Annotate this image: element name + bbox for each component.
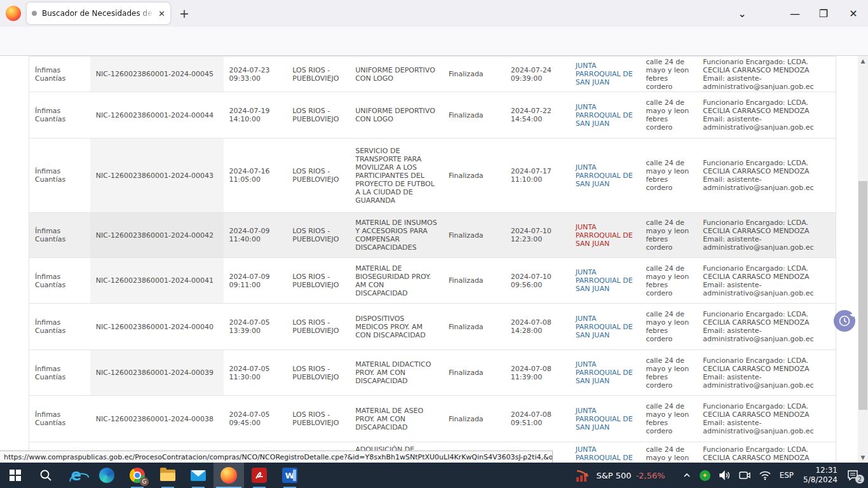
antivirus-icon: ✦ [700, 470, 710, 481]
cell-direccion: calle 24 de mayo y leon febres cordero [640, 304, 697, 349]
cell-objeto: UNIFORME DEPORTIVO CON LOGO [349, 92, 443, 138]
tray-time: 12:31 [803, 466, 837, 475]
taskbar-firefox-button[interactable] [214, 463, 244, 488]
tray-network-button[interactable] [755, 463, 775, 488]
cell-entidad: JUNTA PARROQUIAL DE SAN JUAN [570, 92, 641, 138]
cell-fecha-fin: 2024-07-10 12:23:00 [505, 213, 570, 257]
cell-lugar: LOS RIOS - PUEBLOVIEJO [287, 213, 349, 257]
entidad-link[interactable]: JUNTA PARROQUIAL DE SAN JUAN [576, 268, 635, 293]
cell-tipo-contratacion: Ínfimas Cuantías [29, 258, 90, 303]
scrollbar-thumb[interactable] [858, 181, 867, 410]
scroll-up-arrow-icon[interactable]: ▲ [858, 56, 868, 66]
cell-estado: Finalizada [443, 213, 505, 257]
taskbar-internet-explorer-button[interactable]: e [61, 463, 92, 488]
entidad-link[interactable]: JUNTA PARROQUIAL DE SAN JUAN [576, 445, 635, 463]
entidad-link[interactable]: JUNTA PARROQUIAL DE SAN JUAN [576, 62, 635, 86]
tray-language-indicator[interactable]: ESP [775, 463, 798, 488]
cell-contacto: Funcionario Encargado: LCDA. CECILIA CAR… [697, 258, 836, 303]
window-minimize-button[interactable]: — [783, 0, 806, 27]
table-row[interactable]: Ínfimas Cuantías NIC-1260023860001-2024-… [29, 213, 836, 258]
cell-lugar: LOS RIOS - PUEBLOVIEJO [287, 258, 349, 303]
stock-ticker-widget[interactable]: S&P 500 -2,56% [569, 463, 671, 488]
cell-contacto: Funcionario Encargado: LCDA. CECILIA CAR… [697, 139, 836, 212]
scroll-down-arrow-icon[interactable]: ▼ [858, 452, 868, 463]
wifi-icon [759, 470, 771, 481]
entidad-link[interactable]: JUNTA PARROQUIAL DE SAN JUAN [576, 103, 635, 128]
window-close-button[interactable]: ✕ [842, 0, 865, 27]
cell-direccion: calle 24 de mayo y leon febres cordero [640, 92, 697, 138]
results-table-body: Ínfimas Cuantías NIC-1260023860001-2024-… [29, 57, 836, 463]
cell-estado: Finalizada [443, 350, 505, 395]
cell-codigo: NIC-1260023860001-2024-00039 [90, 350, 224, 395]
taskbar-chrome-button[interactable]: G [122, 463, 153, 488]
cell-objeto: MATERIAL DE BIOSEGURIDAD PROY. AM CON DI… [349, 258, 443, 303]
chevron-up-icon [682, 471, 691, 480]
necesidades-table: Ínfimas Cuantías NIC-1260023860001-2024-… [29, 56, 836, 463]
cell-fecha-fin: 2024-07-22 14:54:00 [505, 92, 570, 138]
table-row[interactable]: Ínfimas Cuantías NIC-1260023860001-2024-… [29, 258, 836, 304]
cell-fecha-publicacion: 2024-07-19 14:10:00 [224, 92, 287, 138]
table-row[interactable]: Ínfimas Cuantías NIC-1260023860001-2024-… [29, 92, 836, 139]
tab-favicon-icon [32, 11, 37, 16]
table-row[interactable]: Ínfimas Cuantías NIC-1260023860001-2024-… [29, 139, 836, 213]
window-restore-button[interactable]: ❐ [812, 0, 835, 27]
windows-start-icon [10, 470, 21, 481]
tab-close-icon[interactable]: ✕ [158, 9, 165, 18]
cell-codigo: NIC-1260023860001-2024-00038 [90, 396, 224, 442]
browser-window: Buscador de Necesidades de Co ✕ + ⌄ — ❐ … [0, 0, 868, 488]
cell-codigo: NIC-1260023860001-2024-00043 [90, 139, 224, 212]
tray-show-hidden-icons-chevron[interactable] [678, 463, 696, 488]
tray-clock[interactable]: 12:315/8/2024 [798, 463, 843, 488]
entidad-link[interactable]: JUNTA PARROQUIAL DE SAN JUAN [576, 315, 635, 339]
cell-objeto: MATERIAL DE ASEO PROY. AM CON DISCAPACID… [349, 396, 443, 442]
taskbar-word-button[interactable]: W [275, 463, 305, 488]
action-center-button[interactable]: 2 [843, 463, 868, 488]
taskbar-file-explorer-button[interactable] [153, 463, 183, 488]
cell-objeto: SERVICIO DE TRANSPORTE PARA MOVILIZAR A … [349, 139, 443, 212]
cell-codigo: NIC-1260023860001-2024-00041 [90, 258, 224, 303]
cell-tipo-contratacion: Ínfimas Cuantías [29, 304, 90, 349]
tray-antivirus-button[interactable]: ✦ [696, 463, 714, 488]
cell-codigo: NIC-1260023860001-2024-00042 [90, 213, 224, 257]
floating-clock-extension-button[interactable] [834, 310, 855, 332]
start-button[interactable] [0, 463, 31, 488]
chrome-profile-badge: G [140, 477, 149, 486]
entidad-link[interactable]: JUNTA PARROQUIAL DE SAN JUAN [576, 407, 635, 431]
taskbar-acrobat-button[interactable] [244, 463, 275, 488]
table-row[interactable]: Ínfimas Cuantías NIC-1260023860001-2024-… [29, 57, 836, 92]
entidad-link[interactable]: JUNTA PARROQUIAL DE SAN JUAN [576, 223, 635, 248]
cell-estado: Finalizada [443, 57, 505, 92]
stock-down-chart-icon [575, 468, 592, 482]
cell-fecha-publicacion: 2024-07-16 11:05:00 [224, 139, 287, 212]
table-row[interactable]: Ínfimas Cuantías NIC-1260023860001-2024-… [29, 350, 836, 396]
table-row[interactable]: Ínfimas Cuantías NIC-1260023860001-2024-… [29, 304, 836, 350]
cell-entidad: JUNTA PARROQUIAL DE SAN JUAN [570, 139, 641, 212]
vertical-scrollbar[interactable]: ▲ ▼ [858, 56, 868, 463]
cell-lugar: LOS RIOS - PUEBLOVIEJO [287, 304, 349, 349]
cell-fecha-publicacion: 2024-07-05 11:30:00 [224, 350, 287, 395]
list-all-tabs-icon[interactable]: ⌄ [731, 0, 754, 27]
browser-tab[interactable]: Buscador de Necesidades de Co ✕ [27, 3, 170, 24]
cell-tipo-contratacion: Ínfimas Cuantías [29, 213, 90, 257]
cell-entidad: JUNTA PARROQUIAL DE SAN JUAN [570, 304, 641, 349]
table-row[interactable]: Ínfimas Cuantías NIC-1260023860001-2024-… [29, 396, 836, 442]
cell-fecha-publicacion: 2024-07-05 09:45:00 [224, 396, 287, 442]
cell-objeto: MATERIAL DE INSUMOS Y ACCESORIOS PARA CO… [349, 213, 443, 257]
cell-estado: Finalizada [443, 139, 505, 212]
entidad-link[interactable]: JUNTA PARROQUIAL DE SAN JUAN [576, 360, 635, 385]
cell-codigo: NIC-1260023860001-2024-00044 [90, 92, 224, 138]
cell-codigo: NIC-1260023860001-2024-00045 [90, 57, 224, 92]
taskbar-search-button[interactable] [31, 463, 61, 488]
taskbar-edge-button[interactable] [92, 463, 122, 488]
new-tab-button[interactable]: + [177, 6, 191, 20]
entidad-link[interactable]: JUNTA PARROQUIAL DE SAN JUAN [576, 163, 635, 188]
cell-direccion: calle 24 de mayo y leon febres cordero [640, 213, 697, 257]
cell-direccion: calle 24 de mayo y leon febres cordero [640, 139, 697, 212]
cell-entidad: JUNTA PARROQUIAL DE SAN JUAN [570, 57, 641, 92]
tray-volume-button[interactable] [714, 463, 735, 488]
status-bar-link-preview: https://www.compraspublicas.gob.ec/Proce… [0, 451, 553, 463]
tray-meet-now-button[interactable] [735, 463, 755, 488]
cell-lugar: LOS RIOS - PUEBLOVIEJO [287, 350, 349, 395]
taskbar-mail-button[interactable] [183, 463, 214, 488]
cell-contacto: Funcionario Encargado: LCDA. CECILIA CAR… [697, 442, 836, 463]
